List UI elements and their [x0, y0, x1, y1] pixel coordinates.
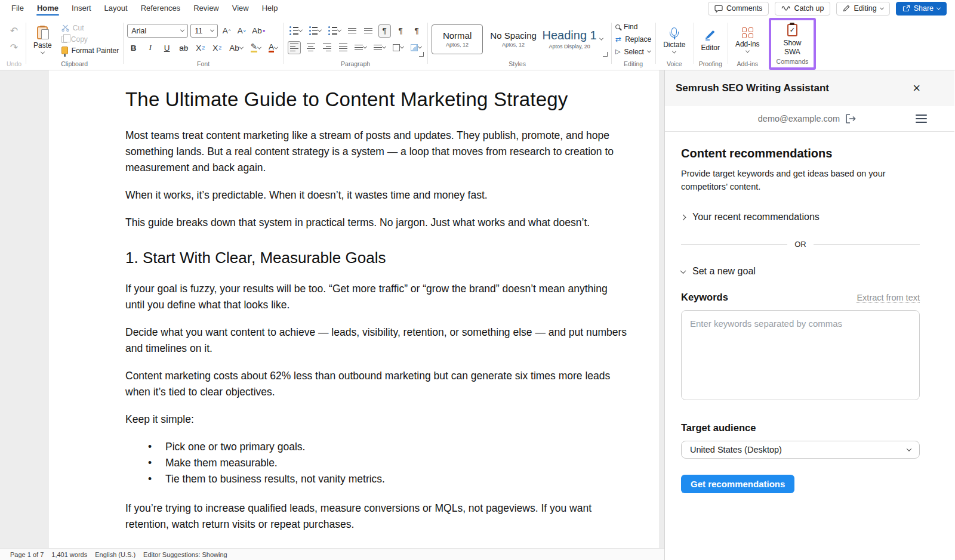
editor-button[interactable]: Editor	[698, 26, 723, 52]
grow-font-button[interactable]: A^	[220, 24, 233, 38]
clipboard-group-label: Clipboard	[61, 59, 88, 70]
keywords-input[interactable]	[681, 310, 920, 400]
section-description: Provide target keywords and get ideas ba…	[681, 167, 920, 193]
paragraph: Keep it simple:	[125, 412, 629, 428]
replace-icon: ⇄	[615, 35, 621, 44]
paste-icon	[37, 26, 48, 39]
bullet-list-button[interactable]	[288, 24, 304, 38]
cut-button[interactable]: Cut	[61, 24, 84, 32]
ltr-paragraph-button[interactable]: ¶	[378, 24, 391, 38]
style-no-spacing[interactable]: No Spacing Aptos, 12	[488, 24, 539, 54]
language-indicator[interactable]: English (U.S.)	[95, 551, 135, 558]
shading-icon	[411, 44, 418, 51]
font-size-combo[interactable]: 11	[190, 24, 218, 38]
align-center-button[interactable]	[304, 41, 317, 54]
section-heading: 1. Start With Clear, Measurable Goals	[125, 249, 629, 267]
scissors-icon	[61, 24, 69, 32]
word-count[interactable]: 1,401 words	[51, 551, 87, 558]
add-ins-icon	[742, 27, 753, 39]
logout-icon[interactable]	[845, 114, 856, 123]
show-marks-button[interactable]: ¶	[411, 24, 423, 38]
tab-insert[interactable]: Insert	[66, 1, 97, 16]
chevron-down-icon	[680, 268, 686, 274]
styles-dialog-launcher[interactable]	[603, 52, 608, 57]
tab-layout[interactable]: Layout	[99, 1, 133, 16]
replace-button[interactable]: ⇄ Replace	[615, 35, 651, 44]
change-case-button[interactable]: Ab●	[250, 24, 267, 38]
paste-button[interactable]: Paste	[30, 24, 56, 54]
underline-button[interactable]: U	[161, 41, 173, 54]
increase-indent-button[interactable]	[362, 24, 375, 38]
tab-references[interactable]: References	[135, 1, 186, 16]
format-painter-button[interactable]: Format Painter	[61, 47, 119, 55]
font-color-button[interactable]: A	[267, 41, 279, 54]
redo-button[interactable]: ↷	[8, 41, 20, 54]
editing-mode-button[interactable]: Editing	[836, 2, 889, 16]
copy-button[interactable]: Copy	[61, 35, 88, 44]
strikethrough-button[interactable]: ab	[177, 41, 190, 54]
editor-suggestions-indicator[interactable]: Editor Suggestions: Showing	[143, 551, 227, 558]
styles-gallery-expand-icon[interactable]	[599, 36, 603, 41]
superscript-button[interactable]: X2	[211, 41, 223, 54]
bold-button[interactable]: B	[127, 41, 140, 54]
numbered-list-button[interactable]	[307, 24, 324, 38]
target-audience-select[interactable]: United States (Desktop)	[681, 441, 920, 459]
align-left-button[interactable]	[288, 41, 301, 54]
paragraph-indent-button[interactable]	[372, 41, 387, 54]
italic-button[interactable]: I	[144, 41, 156, 54]
add-ins-button[interactable]: Add-ins	[732, 25, 763, 54]
catch-up-button[interactable]: Catch up	[775, 2, 830, 16]
undo-group-label: Undo	[7, 59, 21, 70]
get-recommendations-button[interactable]: Get recommendations	[681, 475, 794, 493]
comments-button[interactable]: Comments	[708, 2, 769, 16]
style-heading-1[interactable]: Heading 1 Aptos Display, 20	[544, 24, 595, 54]
microphone-icon	[671, 27, 677, 36]
share-icon	[902, 5, 910, 12]
status-bar: Page 1 of 7 1,401 words English (U.S.) E…	[0, 548, 664, 560]
find-button[interactable]: Find	[615, 23, 637, 31]
subscript-button[interactable]: X2	[194, 41, 207, 54]
select-button[interactable]: ▷ Select	[615, 48, 651, 56]
highlight-button[interactable]: ✎	[249, 41, 263, 54]
document-canvas: The Ultimate Guide to Content Marketing …	[0, 70, 665, 560]
borders-button[interactable]	[391, 41, 405, 54]
undo-button[interactable]: ↶	[8, 24, 20, 38]
line-spacing-button[interactable]	[353, 41, 368, 54]
align-right-button[interactable]	[321, 41, 333, 54]
tab-view[interactable]: View	[227, 1, 254, 16]
shrink-font-button[interactable]: Av	[235, 24, 248, 38]
decrease-indent-button[interactable]	[346, 24, 359, 38]
document-page[interactable]: The Ultimate Guide to Content Marketing …	[49, 70, 659, 560]
rtl-paragraph-button[interactable]: ¶	[395, 24, 407, 38]
share-button[interactable]: Share	[896, 2, 947, 16]
set-new-goal-toggle[interactable]: Set a new goal	[681, 266, 920, 277]
list-item: Make them measurable.	[148, 455, 629, 471]
paragraph: If you’re trying to increase qualified l…	[125, 500, 629, 533]
style-normal[interactable]: Normal Aptos, 12	[432, 24, 483, 54]
text-effects-button[interactable]: Ab	[227, 41, 245, 54]
find-icon	[615, 24, 620, 29]
menu-icon[interactable]	[916, 115, 927, 122]
align-center-icon	[307, 44, 315, 51]
editing-group-label: Editing	[624, 59, 643, 70]
dictate-button[interactable]: Dictate	[660, 25, 689, 54]
tab-help[interactable]: Help	[257, 1, 284, 16]
close-icon[interactable]: ×	[913, 82, 920, 95]
show-swa-button[interactable]: Show SWA	[780, 21, 805, 57]
recent-recommendations-toggle[interactable]: Your recent recommendations	[681, 212, 920, 222]
multilevel-list-button[interactable]	[326, 24, 343, 38]
extract-from-text-link[interactable]: Extract from text	[857, 293, 920, 303]
swa-highlight-box: Show SWA Commands	[769, 18, 817, 70]
tab-file[interactable]: File	[6, 1, 29, 16]
justify-button[interactable]	[337, 41, 349, 54]
paragraph-dialog-launcher[interactable]	[419, 52, 424, 57]
chevron-down-icon	[337, 28, 341, 32]
tab-home[interactable]: Home	[32, 1, 64, 16]
tab-review[interactable]: Review	[188, 1, 224, 16]
select-icon: ▷	[615, 48, 620, 55]
swa-clipboard-icon	[787, 24, 797, 36]
page-indicator[interactable]: Page 1 of 7	[10, 551, 44, 558]
document-content[interactable]: The Ultimate Guide to Content Marketing …	[49, 70, 659, 533]
paragraph-group-label: Paragraph	[341, 59, 370, 70]
font-family-combo[interactable]: Arial	[127, 24, 188, 38]
